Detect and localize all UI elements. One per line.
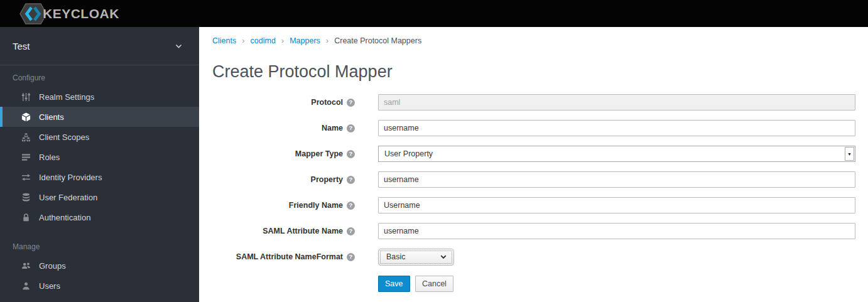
sidebar-item-users[interactable]: Users <box>0 276 199 296</box>
sidebar-item-user-federation[interactable]: User Federation <box>0 187 199 207</box>
friendly-name-label: Friendly Name <box>289 201 343 210</box>
sidebar-item-label: Roles <box>39 153 60 162</box>
cancel-button[interactable]: Cancel <box>415 276 453 292</box>
sidebar-item-label: Realm Settings <box>39 92 94 102</box>
saml-attribute-name-label: SAML Attribute Name <box>263 227 343 235</box>
saml-attribute-nameformat-label: SAML Attribute NameFormat <box>236 252 343 261</box>
saml-attribute-nameformat-select[interactable]: Basic <box>378 249 454 266</box>
form-actions: Save Cancel <box>212 276 855 292</box>
form-row-friendly-name: Friendly Name ? <box>212 197 855 213</box>
mapper-type-label: Mapper Type <box>295 149 343 158</box>
chevron-down-icon <box>440 253 447 261</box>
sidebar: Test Configure Realm Settings <box>0 27 199 302</box>
sliders-icon <box>21 92 31 102</box>
realm-name: Test <box>13 41 30 51</box>
form-row-protocol: Protocol ? <box>212 94 855 111</box>
sidebar-item-label: Groups <box>39 261 66 271</box>
mapper-type-select[interactable]: User Property ▼ <box>378 146 855 162</box>
form-row-saml-attribute-nameformat: SAML Attribute NameFormat ? Basic <box>212 249 855 265</box>
mapper-type-value: User Property <box>384 149 433 158</box>
sidebar-item-label: Clients <box>39 112 64 122</box>
breadcrumb-separator: › <box>326 36 328 45</box>
chevron-down-icon <box>175 42 183 50</box>
cubes-icon <box>21 132 31 142</box>
breadcrumb-separator: › <box>242 36 244 45</box>
help-icon[interactable]: ? <box>347 176 355 184</box>
property-label: Property <box>311 175 343 184</box>
sidebar-item-label: Users <box>39 281 60 291</box>
form-row-mapper-type: Mapper Type ? User Property ▼ <box>212 146 855 162</box>
sidebar-section-manage: Manage <box>0 227 199 256</box>
user-icon <box>21 281 31 291</box>
protocol-field <box>378 94 855 111</box>
breadcrumb-separator: › <box>281 36 284 45</box>
realm-selector[interactable]: Test <box>0 27 199 65</box>
database-icon <box>21 192 31 202</box>
breadcrumb-mappers-link[interactable]: Mappers <box>290 36 320 45</box>
sidebar-item-client-scopes[interactable]: Client Scopes <box>0 127 199 147</box>
exchange-arrows-icon <box>21 172 31 182</box>
list-icon <box>21 152 31 162</box>
help-icon[interactable]: ? <box>347 253 355 261</box>
keycloak-logo[interactable]: KEYCLOAK <box>19 2 119 26</box>
breadcrumb: Clients › codimd › Mappers › Create Prot… <box>212 36 855 45</box>
help-icon[interactable]: ? <box>347 124 355 132</box>
top-bar: KEYCLOAK <box>0 0 868 27</box>
sidebar-item-realm-settings[interactable]: Realm Settings <box>0 87 199 107</box>
sidebar-item-groups[interactable]: Groups <box>0 256 199 276</box>
help-icon[interactable]: ? <box>347 99 355 107</box>
create-protocol-mapper-form: Protocol ? Name ? Mapper Type <box>212 94 855 292</box>
form-row-name: Name ? <box>212 120 855 136</box>
cube-icon <box>21 112 31 122</box>
sidebar-section-configure: Configure <box>0 65 199 87</box>
main-content: Clients › codimd › Mappers › Create Prot… <box>199 27 868 302</box>
form-row-saml-attribute-name: SAML Attribute Name ? <box>212 223 855 239</box>
sidebar-item-label: Client Scopes <box>39 132 89 142</box>
sidebar-item-label: Authentication <box>39 213 90 222</box>
saml-attribute-name-field[interactable] <box>378 223 855 239</box>
save-button[interactable]: Save <box>378 276 410 292</box>
page-title: Create Protocol Mapper <box>212 62 855 82</box>
brand-text: KEYCLOAK <box>43 6 119 21</box>
nameformat-value: Basic <box>386 252 406 261</box>
groups-icon <box>21 261 31 271</box>
breadcrumb-clients-link[interactable]: Clients <box>212 36 236 45</box>
help-icon[interactable]: ? <box>347 202 355 210</box>
sidebar-item-clients[interactable]: Clients <box>0 107 199 127</box>
protocol-label: Protocol <box>311 98 343 107</box>
sidebar-item-identity-providers[interactable]: Identity Providers <box>0 167 199 187</box>
name-field[interactable] <box>378 120 855 136</box>
sidebar-item-label: Identity Providers <box>39 173 102 182</box>
dropdown-arrow-icon: ▼ <box>845 147 854 161</box>
sidebar-item-authentication[interactable]: Authentication <box>0 207 199 227</box>
help-icon[interactable]: ? <box>347 150 355 158</box>
breadcrumb-current: Create Protocol Mappers <box>334 36 421 45</box>
sidebar-item-label: User Federation <box>39 193 97 202</box>
name-label: Name <box>322 124 343 132</box>
help-icon[interactable]: ? <box>347 227 355 235</box>
sidebar-item-roles[interactable]: Roles <box>0 147 199 167</box>
breadcrumb-codimd-link[interactable]: codimd <box>251 36 276 45</box>
friendly-name-field[interactable] <box>378 197 855 213</box>
lock-icon <box>21 212 31 222</box>
form-row-property: Property ? <box>212 171 855 188</box>
property-field[interactable] <box>378 171 855 188</box>
